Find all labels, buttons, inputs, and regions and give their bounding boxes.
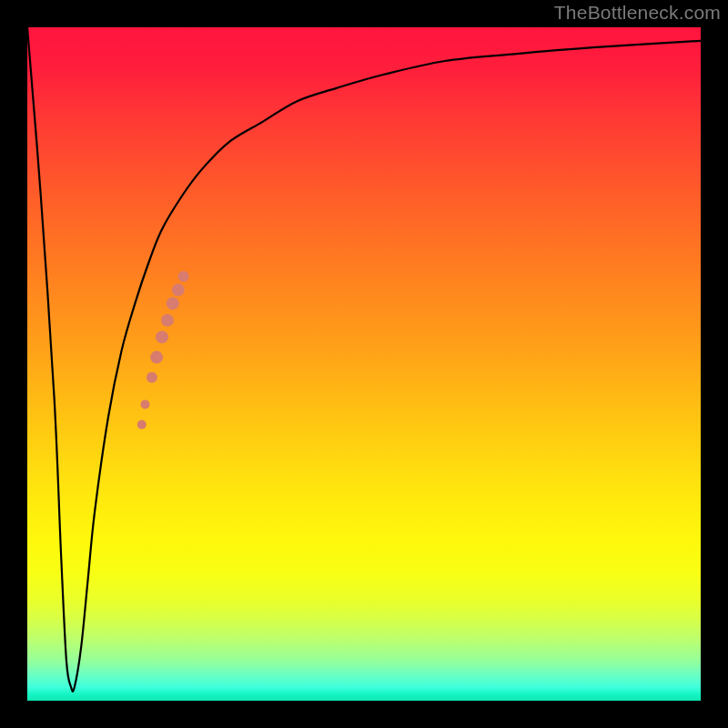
highlight-dot [178,271,189,282]
highlight-dot [147,372,157,383]
highlight-dot [141,399,150,409]
highlight-dot [150,351,163,364]
highlight-dot [156,330,168,343]
highlight-dot [161,314,174,327]
watermark-text: TheBottleneck.com [554,2,721,24]
bottleneck-curve [27,27,701,692]
highlight-dot [167,297,179,309]
chart-frame: TheBottleneck.com [0,0,728,728]
plot-area [27,27,701,701]
highlight-dot [172,284,185,297]
curve-svg [27,27,701,701]
highlight-dot [137,420,147,430]
highlight-markers [137,271,189,430]
